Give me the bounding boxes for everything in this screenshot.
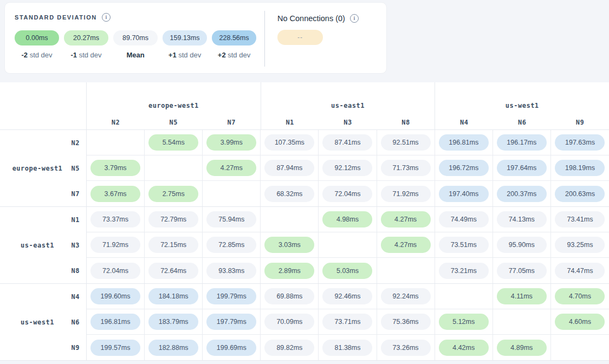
latency-chip[interactable]: 4.42ms bbox=[439, 340, 489, 356]
latency-chip[interactable]: 5.03ms bbox=[322, 263, 372, 279]
latency-chip[interactable]: 95.90ms bbox=[497, 237, 547, 253]
latency-chip[interactable]: 4.11ms bbox=[497, 288, 547, 304]
matrix-cell: 92.51ms bbox=[377, 130, 435, 155]
latency-chip[interactable]: 73.41ms bbox=[555, 211, 605, 227]
latency-chip[interactable]: 73.26ms bbox=[381, 340, 431, 356]
matrix-cell bbox=[551, 335, 609, 360]
latency-chip[interactable]: 197.63ms bbox=[555, 134, 605, 151]
latency-chip[interactable]: 89.82ms bbox=[264, 340, 314, 356]
latency-chip[interactable]: 3.79ms bbox=[90, 160, 140, 176]
latency-chip[interactable]: 199.57ms bbox=[90, 340, 140, 356]
matrix-cell: 4.70ms bbox=[551, 284, 609, 309]
latency-chip[interactable]: 182.88ms bbox=[148, 340, 198, 356]
latency-chip[interactable]: 92.51ms bbox=[381, 134, 431, 151]
latency-chip[interactable]: 81.38ms bbox=[322, 340, 372, 356]
latency-chip[interactable]: 73.37ms bbox=[90, 211, 140, 227]
latency-chip[interactable]: 77.05ms bbox=[497, 263, 547, 279]
matrix-cell: 73.71ms bbox=[319, 309, 377, 335]
latency-chip[interactable]: 74.49ms bbox=[439, 211, 489, 227]
latency-chip[interactable]: 87.94ms bbox=[264, 160, 314, 176]
matrix-cell bbox=[87, 130, 145, 155]
latency-chip[interactable]: 3.03ms bbox=[264, 237, 314, 253]
latency-chip[interactable]: 93.83ms bbox=[206, 263, 256, 279]
row-node-label: N7 bbox=[0, 181, 86, 206]
latency-chip[interactable]: 72.64ms bbox=[148, 263, 198, 279]
latency-chip[interactable]: 71.92ms bbox=[90, 237, 140, 253]
column-node-label: N3 bbox=[319, 119, 377, 126]
latency-chip[interactable]: 2.89ms bbox=[264, 263, 314, 279]
latency-chip[interactable]: 75.36ms bbox=[381, 314, 431, 330]
latency-chip[interactable]: 73.71ms bbox=[322, 314, 372, 330]
latency-chip[interactable]: 184.18ms bbox=[148, 288, 198, 304]
row-header: europe-west1N2N5N7 bbox=[0, 130, 87, 206]
info-icon[interactable]: i bbox=[102, 13, 111, 22]
latency-chip[interactable]: 183.79ms bbox=[148, 314, 198, 330]
latency-chip[interactable]: 72.15ms bbox=[148, 237, 198, 253]
latency-chip[interactable]: 74.47ms bbox=[555, 263, 605, 279]
matrix-cell: 72.04ms bbox=[87, 258, 145, 283]
matrix-cell: 197.40ms bbox=[435, 181, 493, 206]
matrix-cell: 87.41ms bbox=[319, 130, 377, 155]
latency-chip[interactable]: 72.79ms bbox=[148, 211, 198, 227]
latency-chip[interactable]: 73.51ms bbox=[439, 237, 489, 253]
matrix-cell: 74.49ms bbox=[435, 207, 493, 232]
latency-chip[interactable]: 196.72ms bbox=[439, 160, 489, 176]
matrix-cell bbox=[145, 155, 203, 181]
latency-chip[interactable]: 71.92ms bbox=[381, 186, 431, 202]
latency-chip[interactable]: 68.32ms bbox=[264, 186, 314, 202]
latency-chip[interactable]: 2.75ms bbox=[148, 186, 198, 202]
matrix-cell: 199.57ms bbox=[87, 335, 145, 360]
latency-chip[interactable]: 197.64ms bbox=[497, 160, 547, 176]
latency-chip[interactable]: 199.79ms bbox=[206, 288, 256, 304]
matrix-cell: 199.60ms bbox=[87, 284, 145, 309]
legend-stop-chip: 89.70ms bbox=[113, 30, 158, 46]
latency-chip[interactable]: 5.12ms bbox=[439, 314, 489, 330]
latency-chip[interactable]: 74.13ms bbox=[497, 211, 547, 227]
matrix-cell: 72.85ms bbox=[203, 232, 261, 258]
latency-chip[interactable]: 4.70ms bbox=[555, 288, 605, 304]
latency-chip[interactable]: 196.81ms bbox=[439, 134, 489, 151]
latency-chip[interactable]: 107.35ms bbox=[264, 134, 314, 151]
latency-chip[interactable]: 3.99ms bbox=[206, 134, 256, 151]
latency-chip[interactable]: 93.25ms bbox=[555, 237, 605, 253]
latency-chip[interactable]: 198.19ms bbox=[555, 160, 605, 176]
latency-chip[interactable]: 92.12ms bbox=[322, 160, 372, 176]
latency-chip[interactable]: 197.40ms bbox=[439, 186, 489, 202]
latency-chip[interactable]: 4.89ms bbox=[497, 340, 547, 356]
latency-chip[interactable]: 200.37ms bbox=[497, 186, 547, 202]
latency-chip[interactable]: 200.63ms bbox=[555, 186, 605, 202]
latency-chip[interactable]: 72.85ms bbox=[206, 237, 256, 253]
latency-chip[interactable]: 5.54ms bbox=[148, 134, 198, 151]
latency-chip[interactable]: 92.24ms bbox=[381, 288, 431, 304]
latency-chip[interactable]: 87.41ms bbox=[322, 134, 372, 151]
latency-chip[interactable]: 75.94ms bbox=[206, 211, 256, 227]
matrix-cell: 3.03ms bbox=[261, 232, 319, 258]
matrix-cell: 197.63ms bbox=[551, 130, 609, 155]
latency-chip[interactable]: 69.88ms bbox=[264, 288, 314, 304]
latency-chip[interactable]: 196.17ms bbox=[497, 134, 547, 151]
latency-chip[interactable]: 92.46ms bbox=[322, 288, 372, 304]
latency-chip[interactable]: 4.27ms bbox=[381, 211, 431, 227]
row-group-label: europe-west1 bbox=[0, 165, 75, 172]
matrix-corner-cell bbox=[0, 82, 87, 129]
latency-chip[interactable]: 3.67ms bbox=[90, 186, 140, 202]
latency-chip[interactable]: 4.27ms bbox=[381, 237, 431, 253]
latency-chip[interactable]: 4.60ms bbox=[555, 314, 605, 330]
latency-chip[interactable]: 72.04ms bbox=[90, 263, 140, 279]
latency-chip[interactable]: 73.21ms bbox=[439, 263, 489, 279]
latency-chip[interactable]: 197.79ms bbox=[206, 314, 256, 330]
latency-chip[interactable]: 71.73ms bbox=[381, 160, 431, 176]
latency-chip[interactable]: 196.81ms bbox=[90, 314, 140, 330]
matrix-cell: 70.09ms bbox=[261, 309, 319, 335]
latency-chip[interactable]: 4.98ms bbox=[322, 211, 372, 227]
latency-chip[interactable]: 72.04ms bbox=[322, 186, 372, 202]
matrix-cell: 200.37ms bbox=[493, 181, 551, 206]
latency-chip[interactable]: 4.27ms bbox=[206, 160, 256, 176]
latency-chip[interactable]: 199.60ms bbox=[90, 288, 140, 304]
matrix-cell: 182.88ms bbox=[145, 335, 203, 360]
latency-chip[interactable]: 199.69ms bbox=[206, 340, 256, 356]
latency-chip[interactable]: 70.09ms bbox=[264, 314, 314, 330]
matrix-cell: 87.94ms bbox=[261, 155, 319, 181]
info-icon[interactable]: i bbox=[350, 14, 359, 23]
matrix-cell bbox=[261, 207, 319, 232]
